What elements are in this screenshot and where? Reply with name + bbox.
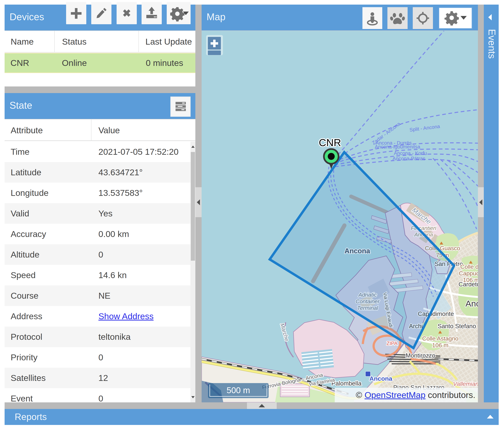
svg-text:Vallemiano: Vallemiano bbox=[453, 380, 478, 387]
svg-text:Montirozzo: Montirozzo bbox=[405, 352, 435, 359]
svg-text:Ancona: Ancona bbox=[369, 375, 393, 382]
svg-text:CNR: CNR bbox=[319, 137, 341, 148]
svg-text:Palombella: Palombella bbox=[331, 380, 361, 387]
svg-text:Santo Stefano: Santo Stefano bbox=[438, 323, 476, 330]
svg-text:Colle Astagno: Colle Astagno bbox=[422, 335, 458, 342]
svg-text:106 m: 106 m bbox=[463, 277, 478, 283]
svg-text:Ancona - Korfu: Ancona - Korfu bbox=[394, 151, 427, 156]
svg-text:Ancona-Pátras: Ancona-Pátras bbox=[393, 156, 425, 161]
svg-text:Cappucci: Cappucci bbox=[459, 270, 478, 277]
svg-text:Colle de: Colle de bbox=[460, 263, 478, 270]
svg-text:ZIPA: ZIPA bbox=[387, 341, 397, 346]
svg-text:Ancona-Igoumenitsa: Ancona-Igoumenitsa bbox=[375, 144, 421, 150]
svg-text:Ancona: Ancona bbox=[465, 299, 478, 308]
svg-text:106 m: 106 m bbox=[432, 342, 449, 349]
